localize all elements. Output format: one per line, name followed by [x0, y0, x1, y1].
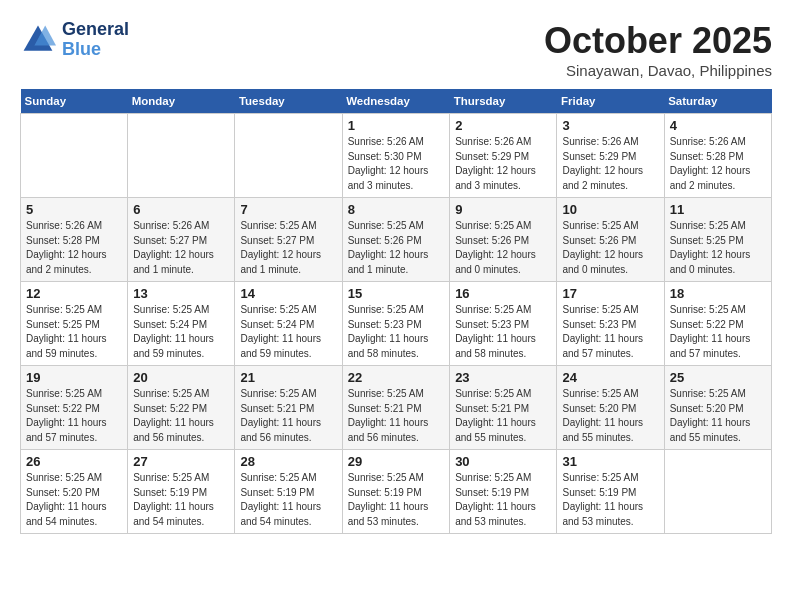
- day-number: 29: [348, 454, 444, 469]
- calendar-cell: [664, 450, 771, 534]
- day-info: Sunrise: 5:26 AM Sunset: 5:29 PM Dayligh…: [455, 135, 551, 193]
- calendar-cell: 26Sunrise: 5:25 AM Sunset: 5:20 PM Dayli…: [21, 450, 128, 534]
- day-number: 26: [26, 454, 122, 469]
- calendar-cell: [21, 114, 128, 198]
- day-info: Sunrise: 5:26 AM Sunset: 5:29 PM Dayligh…: [562, 135, 658, 193]
- calendar-cell: 24Sunrise: 5:25 AM Sunset: 5:20 PM Dayli…: [557, 366, 664, 450]
- calendar-cell: 2Sunrise: 5:26 AM Sunset: 5:29 PM Daylig…: [450, 114, 557, 198]
- day-number: 1: [348, 118, 444, 133]
- day-number: 19: [26, 370, 122, 385]
- calendar-week-row: 12Sunrise: 5:25 AM Sunset: 5:25 PM Dayli…: [21, 282, 772, 366]
- day-info: Sunrise: 5:25 AM Sunset: 5:25 PM Dayligh…: [670, 219, 766, 277]
- day-info: Sunrise: 5:25 AM Sunset: 5:19 PM Dayligh…: [562, 471, 658, 529]
- day-info: Sunrise: 5:25 AM Sunset: 5:26 PM Dayligh…: [348, 219, 444, 277]
- calendar-cell: 13Sunrise: 5:25 AM Sunset: 5:24 PM Dayli…: [128, 282, 235, 366]
- month-title: October 2025: [544, 20, 772, 62]
- day-info: Sunrise: 5:25 AM Sunset: 5:26 PM Dayligh…: [562, 219, 658, 277]
- column-header-thursday: Thursday: [450, 89, 557, 114]
- day-number: 10: [562, 202, 658, 217]
- calendar-cell: 1Sunrise: 5:26 AM Sunset: 5:30 PM Daylig…: [342, 114, 449, 198]
- calendar-cell: 30Sunrise: 5:25 AM Sunset: 5:19 PM Dayli…: [450, 450, 557, 534]
- day-info: Sunrise: 5:25 AM Sunset: 5:23 PM Dayligh…: [348, 303, 444, 361]
- calendar-cell: 17Sunrise: 5:25 AM Sunset: 5:23 PM Dayli…: [557, 282, 664, 366]
- day-info: Sunrise: 5:26 AM Sunset: 5:28 PM Dayligh…: [670, 135, 766, 193]
- calendar-cell: 28Sunrise: 5:25 AM Sunset: 5:19 PM Dayli…: [235, 450, 342, 534]
- day-number: 3: [562, 118, 658, 133]
- day-info: Sunrise: 5:25 AM Sunset: 5:24 PM Dayligh…: [240, 303, 336, 361]
- day-info: Sunrise: 5:25 AM Sunset: 5:20 PM Dayligh…: [26, 471, 122, 529]
- column-header-sunday: Sunday: [21, 89, 128, 114]
- day-number: 7: [240, 202, 336, 217]
- calendar-cell: 15Sunrise: 5:25 AM Sunset: 5:23 PM Dayli…: [342, 282, 449, 366]
- day-info: Sunrise: 5:25 AM Sunset: 5:21 PM Dayligh…: [348, 387, 444, 445]
- day-info: Sunrise: 5:26 AM Sunset: 5:27 PM Dayligh…: [133, 219, 229, 277]
- column-header-saturday: Saturday: [664, 89, 771, 114]
- calendar-cell: 31Sunrise: 5:25 AM Sunset: 5:19 PM Dayli…: [557, 450, 664, 534]
- day-info: Sunrise: 5:25 AM Sunset: 5:24 PM Dayligh…: [133, 303, 229, 361]
- column-header-wednesday: Wednesday: [342, 89, 449, 114]
- day-number: 8: [348, 202, 444, 217]
- day-info: Sunrise: 5:26 AM Sunset: 5:28 PM Dayligh…: [26, 219, 122, 277]
- day-number: 27: [133, 454, 229, 469]
- day-number: 21: [240, 370, 336, 385]
- calendar-cell: 4Sunrise: 5:26 AM Sunset: 5:28 PM Daylig…: [664, 114, 771, 198]
- calendar-cell: 25Sunrise: 5:25 AM Sunset: 5:20 PM Dayli…: [664, 366, 771, 450]
- day-info: Sunrise: 5:25 AM Sunset: 5:22 PM Dayligh…: [26, 387, 122, 445]
- day-info: Sunrise: 5:26 AM Sunset: 5:30 PM Dayligh…: [348, 135, 444, 193]
- day-info: Sunrise: 5:25 AM Sunset: 5:27 PM Dayligh…: [240, 219, 336, 277]
- day-info: Sunrise: 5:25 AM Sunset: 5:19 PM Dayligh…: [240, 471, 336, 529]
- day-number: 31: [562, 454, 658, 469]
- column-header-monday: Monday: [128, 89, 235, 114]
- location-title: Sinayawan, Davao, Philippines: [544, 62, 772, 79]
- day-info: Sunrise: 5:25 AM Sunset: 5:22 PM Dayligh…: [133, 387, 229, 445]
- day-number: 30: [455, 454, 551, 469]
- day-number: 20: [133, 370, 229, 385]
- day-number: 6: [133, 202, 229, 217]
- calendar-cell: 16Sunrise: 5:25 AM Sunset: 5:23 PM Dayli…: [450, 282, 557, 366]
- day-info: Sunrise: 5:25 AM Sunset: 5:19 PM Dayligh…: [455, 471, 551, 529]
- calendar-cell: 6Sunrise: 5:26 AM Sunset: 5:27 PM Daylig…: [128, 198, 235, 282]
- calendar-cell: [235, 114, 342, 198]
- calendar-header-row: SundayMondayTuesdayWednesdayThursdayFrid…: [21, 89, 772, 114]
- day-number: 18: [670, 286, 766, 301]
- day-info: Sunrise: 5:25 AM Sunset: 5:25 PM Dayligh…: [26, 303, 122, 361]
- logo-text: General Blue: [62, 20, 129, 60]
- page-header: General Blue October 2025 Sinayawan, Dav…: [20, 20, 772, 79]
- day-info: Sunrise: 5:25 AM Sunset: 5:20 PM Dayligh…: [670, 387, 766, 445]
- calendar-cell: 19Sunrise: 5:25 AM Sunset: 5:22 PM Dayli…: [21, 366, 128, 450]
- calendar-cell: 12Sunrise: 5:25 AM Sunset: 5:25 PM Dayli…: [21, 282, 128, 366]
- day-number: 15: [348, 286, 444, 301]
- day-number: 4: [670, 118, 766, 133]
- day-number: 11: [670, 202, 766, 217]
- calendar-cell: 5Sunrise: 5:26 AM Sunset: 5:28 PM Daylig…: [21, 198, 128, 282]
- day-number: 16: [455, 286, 551, 301]
- day-number: 23: [455, 370, 551, 385]
- calendar-cell: 9Sunrise: 5:25 AM Sunset: 5:26 PM Daylig…: [450, 198, 557, 282]
- calendar-cell: 8Sunrise: 5:25 AM Sunset: 5:26 PM Daylig…: [342, 198, 449, 282]
- calendar-cell: 10Sunrise: 5:25 AM Sunset: 5:26 PM Dayli…: [557, 198, 664, 282]
- calendar-cell: 7Sunrise: 5:25 AM Sunset: 5:27 PM Daylig…: [235, 198, 342, 282]
- day-info: Sunrise: 5:25 AM Sunset: 5:19 PM Dayligh…: [133, 471, 229, 529]
- calendar-cell: 11Sunrise: 5:25 AM Sunset: 5:25 PM Dayli…: [664, 198, 771, 282]
- day-info: Sunrise: 5:25 AM Sunset: 5:23 PM Dayligh…: [562, 303, 658, 361]
- day-number: 2: [455, 118, 551, 133]
- day-info: Sunrise: 5:25 AM Sunset: 5:26 PM Dayligh…: [455, 219, 551, 277]
- day-info: Sunrise: 5:25 AM Sunset: 5:23 PM Dayligh…: [455, 303, 551, 361]
- calendar-cell: 18Sunrise: 5:25 AM Sunset: 5:22 PM Dayli…: [664, 282, 771, 366]
- day-number: 17: [562, 286, 658, 301]
- logo: General Blue: [20, 20, 129, 60]
- day-number: 13: [133, 286, 229, 301]
- calendar-week-row: 26Sunrise: 5:25 AM Sunset: 5:20 PM Dayli…: [21, 450, 772, 534]
- calendar-cell: 22Sunrise: 5:25 AM Sunset: 5:21 PM Dayli…: [342, 366, 449, 450]
- title-area: October 2025 Sinayawan, Davao, Philippin…: [544, 20, 772, 79]
- column-header-tuesday: Tuesday: [235, 89, 342, 114]
- calendar-cell: [128, 114, 235, 198]
- day-number: 22: [348, 370, 444, 385]
- day-number: 12: [26, 286, 122, 301]
- calendar-cell: 27Sunrise: 5:25 AM Sunset: 5:19 PM Dayli…: [128, 450, 235, 534]
- calendar-table: SundayMondayTuesdayWednesdayThursdayFrid…: [20, 89, 772, 534]
- calendar-cell: 3Sunrise: 5:26 AM Sunset: 5:29 PM Daylig…: [557, 114, 664, 198]
- column-header-friday: Friday: [557, 89, 664, 114]
- calendar-week-row: 1Sunrise: 5:26 AM Sunset: 5:30 PM Daylig…: [21, 114, 772, 198]
- day-number: 28: [240, 454, 336, 469]
